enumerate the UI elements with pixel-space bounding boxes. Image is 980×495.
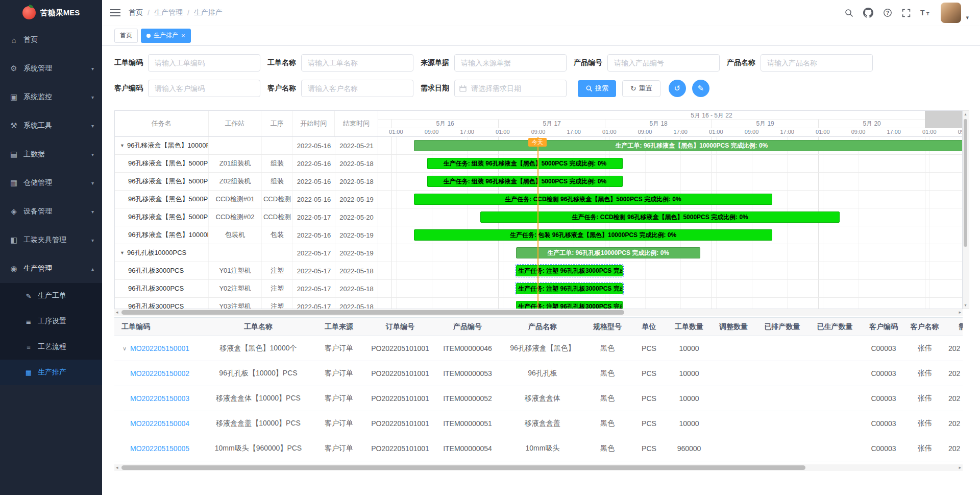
gantt-table-row[interactable]: 96孔移液盒【黑色】5000PCSCCD检测#02CCD检测2022-05-17… xyxy=(115,208,378,226)
gantt-bar[interactable]: 生产任务: 注塑 96孔孔板3000PCS 完成比例: 0% xyxy=(516,265,623,276)
row-expand-icon[interactable]: ∨ xyxy=(122,345,127,352)
table-cell: 202 xyxy=(943,411,963,436)
gantt-bar[interactable]: 生产任务: CCD检测 96孔移液盒【黑色】5000PCS 完成比例: 0% xyxy=(414,194,773,205)
work-order-link[interactable]: ∨MO202205150001 xyxy=(114,336,205,361)
tab-scheduling[interactable]: 生产排产× xyxy=(141,29,191,43)
sidebar-item-home[interactable]: ⌂首页 xyxy=(0,26,102,54)
help-icon[interactable]: ? xyxy=(883,8,892,17)
customer-name-input[interactable] xyxy=(301,80,413,97)
cell-text: 张伟 xyxy=(918,444,932,453)
sidebar-item-production-mgmt[interactable]: ◉生产管理▴ xyxy=(0,254,102,283)
gantt-bar[interactable]: 生产任务: CCD检测 96孔移液盒【黑色】5000PCS 完成比例: 0% xyxy=(480,211,840,223)
gantt-col-header: 任务名 xyxy=(115,111,209,136)
gantt-bar[interactable]: 生产任务: 组装 96孔移液盒【黑色】5000PCS 完成比例: 0% xyxy=(427,158,623,169)
horizontal-scroll-thumb[interactable] xyxy=(121,465,805,470)
gantt-table-row[interactable]: 96孔移液盒【黑色】10000PCS包装机包装2022-05-162022-05… xyxy=(115,226,378,244)
work-order-name-input[interactable] xyxy=(301,54,413,72)
table-row[interactable]: MO20220515000296孔孔板【10000】PCS客户订单PO20220… xyxy=(114,361,963,386)
collapse-toggle-icon[interactable]: ▼ xyxy=(120,143,125,148)
gantt-horizontal-scrollbar[interactable]: ◂ ▸ xyxy=(114,309,963,316)
gantt-chart-body: 生产工单: 96孔移液盒【黑色】10000PCS 完成比例: 0%生产任务: 组… xyxy=(378,137,962,309)
product-name-input[interactable] xyxy=(761,54,873,72)
gantt-table-row[interactable]: 96孔孔板3000PCSY01注塑机注塑2022-05-172022-05-18 xyxy=(115,262,378,280)
work-order-link[interactable]: MO202205150004 xyxy=(114,411,205,436)
work-order-code-input[interactable] xyxy=(148,54,260,72)
gantt-bar[interactable]: 生产任务: 包装 96孔移液盒【黑色】10000PCS 完成比例: 0% xyxy=(414,229,773,241)
edit-button[interactable]: ✎ xyxy=(692,80,709,97)
gantt-bar[interactable]: 生产工单: 96孔孔板10000PCS 完成比例: 0% xyxy=(516,247,700,258)
sidebar-subitem-process-settings[interactable]: ≣工序设置 xyxy=(0,309,102,334)
gantt-bar[interactable]: 生产任务: 注塑 96孔孔板3000PCS 完成比例: 0% xyxy=(516,301,623,309)
table-row[interactable]: ∨MO202205150001移液盒【黑色】10000个客户订单PO202205… xyxy=(114,336,963,361)
scroll-down-icon[interactable]: ▾ xyxy=(963,303,968,308)
table-cell: PO202205101001 xyxy=(366,411,434,436)
reset-button[interactable]: ↻ 重置 xyxy=(622,80,660,97)
breadcrumb-item[interactable]: 首页 xyxy=(129,8,143,17)
fullscreen-icon[interactable] xyxy=(902,9,911,17)
scroll-up-icon[interactable]: ▴ xyxy=(963,112,968,116)
gantt-bar[interactable]: 生产工单: 96孔移液盒【黑色】10000PCS 完成比例: 0% xyxy=(414,140,962,151)
svg-text:T: T xyxy=(926,11,929,16)
sync-button[interactable]: ↺ xyxy=(669,80,686,97)
table-cell: PCS xyxy=(631,361,667,386)
table-cell: ITEM00000052 xyxy=(434,386,501,411)
sidebar-item-master-data[interactable]: ▤主数据▾ xyxy=(0,140,102,169)
demand-date-input[interactable] xyxy=(454,80,567,97)
gantt-table-row[interactable]: 96孔移液盒【黑色】5000PCSZ02组装机组装2022-05-162022-… xyxy=(115,173,378,191)
pencil-icon: ✎ xyxy=(697,84,704,93)
gantt-table-row[interactable]: 96孔移液盒【黑色】5000PCSCCD检测#01CCD检测2022-05-16… xyxy=(115,191,378,208)
sidebar-item-fixture-mgmt[interactable]: ◧工装夹具管理▾ xyxy=(0,226,102,254)
search-button[interactable]: 搜索 xyxy=(578,80,616,97)
work-order-link[interactable]: MO202205150005 xyxy=(114,436,205,461)
gantt-table-row[interactable]: 96孔孔板3000PCSY02注塑机注塑2022-05-172022-05-18 xyxy=(115,280,378,298)
search-icon[interactable] xyxy=(844,8,853,17)
timescale-hours-row: 01:0009:0017:0001:0009:0017:0001:0009:00… xyxy=(378,128,962,136)
sidebar-subitem-work-order[interactable]: ✎生产工单 xyxy=(0,283,102,309)
horizontal-scroll-thumb[interactable] xyxy=(121,310,624,315)
orders-col-header: 产品编号 xyxy=(434,318,501,336)
avatar[interactable] xyxy=(941,3,961,23)
sidebar-subitem-process-flow[interactable]: ≡工艺流程 xyxy=(0,334,102,360)
table-horizontal-scrollbar[interactable]: ◂ ▸ xyxy=(114,464,963,471)
sidebar-item-warehouse-mgmt[interactable]: ▦仓储管理▾ xyxy=(0,169,102,197)
scroll-left-icon[interactable]: ◂ xyxy=(116,464,118,471)
vertical-scroll-thumb[interactable] xyxy=(964,119,967,247)
tab-home[interactable]: 首页 xyxy=(114,29,138,43)
sidebar-item-system-tools[interactable]: ⚒系统工具▾ xyxy=(0,111,102,140)
work-order-link[interactable]: MO202205150003 xyxy=(114,386,205,411)
collapse-toggle-icon[interactable]: ▼ xyxy=(120,250,125,255)
hamburger-icon[interactable] xyxy=(110,9,120,17)
gantt-bar[interactable]: 生产任务: 注塑 96孔孔板3000PCS 完成比例: 0% xyxy=(516,283,623,294)
orders-col-header: 工单来源 xyxy=(311,318,366,336)
close-icon[interactable]: × xyxy=(181,32,185,39)
customer-code-input[interactable] xyxy=(148,80,260,97)
scroll-right-icon[interactable]: ▸ xyxy=(959,309,961,316)
gantt-bar[interactable]: 生产任务: 组装 96孔移液盒【黑色】5000PCS 完成比例: 0% xyxy=(427,176,623,187)
product-code-input[interactable] xyxy=(607,54,720,72)
orders-col-header: 单位 xyxy=(631,318,667,336)
gantt-table-row[interactable]: 96孔孔板3000PCSY03注塑机注塑2022-05-172022-05-18 xyxy=(115,298,378,309)
app-logo[interactable]: 苦糖果MES xyxy=(0,0,102,26)
table-row[interactable]: MO20220515000510mm吸头【960000】PCS客户订单PO202… xyxy=(114,436,963,461)
scroll-right-icon[interactable]: ▸ xyxy=(959,464,961,471)
cell-text: C00003 xyxy=(871,444,896,453)
table-row[interactable]: MO202205150003移液盒盒体【10000】PCS客户订单PO20220… xyxy=(114,386,963,411)
gantt-table-row[interactable]: ▼96孔孔板10000PCS2022-05-172022-05-19 xyxy=(115,244,378,262)
table-cell: 移液盒盒盖【10000】PCS xyxy=(205,411,311,436)
source-doc-input[interactable] xyxy=(454,54,567,72)
work-order-link[interactable]: MO202205150002 xyxy=(114,361,205,386)
sidebar-item-system-monitor[interactable]: ▣系统监控▾ xyxy=(0,83,102,111)
table-row[interactable]: MO202205150004移液盒盒盖【10000】PCS客户订单PO20220… xyxy=(114,411,963,436)
sidebar-subitem-scheduling[interactable]: ▦生产排产 xyxy=(0,360,102,385)
font-size-icon[interactable]: TT xyxy=(920,9,931,17)
cell-text: 202 xyxy=(948,419,960,428)
gantt-table-row[interactable]: ▼96孔移液盒【黑色】10000PCS2022-05-162022-05-21 xyxy=(115,137,378,155)
sidebar-item-system-mgmt[interactable]: ⚙系统管理▾ xyxy=(0,54,102,83)
gantt-table-row[interactable]: 96孔移液盒【黑色】5000PCSZ01组装机组装2022-05-162022-… xyxy=(115,155,378,173)
scroll-left-icon[interactable]: ◂ xyxy=(116,309,118,316)
user-dropdown-caret-icon[interactable]: ▾ xyxy=(966,14,969,23)
sidebar-item-equipment-mgmt[interactable]: ◈设备管理▾ xyxy=(0,197,102,226)
timescale-hour-label: 09:00 xyxy=(745,129,759,135)
github-icon[interactable] xyxy=(863,8,873,18)
gantt-vertical-scrollbar[interactable]: ▴ ▾ xyxy=(963,110,969,309)
